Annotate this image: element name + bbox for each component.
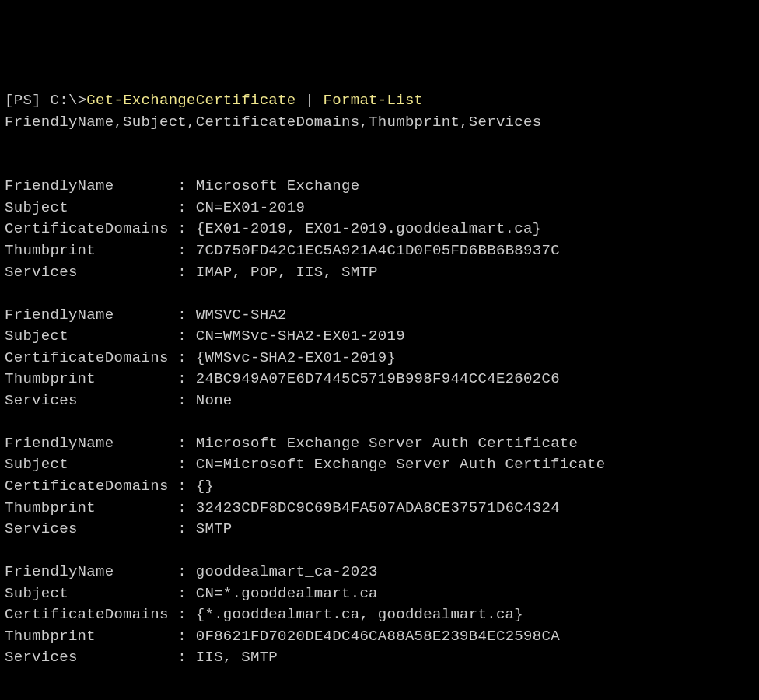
field-value: gooddealmart_ca-2023	[196, 563, 378, 580]
field-value: 32423CDF8DC9C69B4FA507ADA8CE37571D6C4324	[196, 499, 560, 516]
field-value: {WMSvc-SHA2-EX01-2019}	[196, 349, 396, 366]
field-label: Subject	[5, 585, 68, 602]
cert-block-2: FriendlyName : Microsoft Exchange Server…	[5, 435, 605, 537]
field-label: Thumbprint	[5, 628, 96, 645]
field-label: Services	[5, 392, 78, 409]
field-value: None	[196, 392, 233, 409]
field-label: CertificateDomains	[5, 220, 169, 237]
field-label: CertificateDomains	[5, 349, 169, 366]
field-label: FriendlyName	[5, 435, 114, 452]
prompt-line: [PS] C:\>Get-ExchangeCertificate | Forma…	[5, 92, 541, 131]
field-value: {*.gooddealmart.ca, gooddealmart.ca}	[196, 606, 523, 623]
field-label: CertificateDomains	[5, 478, 169, 495]
field-value: WMSVC-SHA2	[196, 306, 287, 324]
field-label: Services	[5, 520, 78, 537]
field-value: {EX01-2019, EX01-2019.gooddealmart.ca}	[196, 220, 542, 237]
field-label: Services	[5, 649, 78, 666]
field-label: Thumbprint	[5, 499, 96, 516]
field-value: Microsoft Exchange	[196, 177, 360, 194]
field-value: CN=Microsoft Exchange Server Auth Certif…	[196, 456, 606, 473]
field-value: 7CD750FD42C1EC5A921A4C1D0F05FD6BB6B8937C	[196, 242, 560, 259]
field-label: FriendlyName	[5, 563, 114, 580]
field-label: Subject	[5, 199, 68, 216]
prompt-bracket-open: [	[5, 92, 14, 109]
field-value: CN=*.gooddealmart.ca	[196, 585, 378, 602]
prompt-arrow: >	[78, 92, 87, 109]
command-cmdlet1: Get-ExchangeCertificate	[86, 92, 296, 109]
prompt-path: C:\	[41, 92, 78, 109]
field-label: FriendlyName	[5, 177, 114, 194]
prompt-bracket-close: ]	[32, 92, 41, 109]
field-label: FriendlyName	[5, 306, 114, 324]
field-label: Services	[5, 264, 78, 281]
field-label: Subject	[5, 327, 68, 345]
field-label: Thumbprint	[5, 242, 96, 259]
field-label: Thumbprint	[5, 370, 96, 387]
field-label: Subject	[5, 456, 68, 473]
terminal-output[interactable]: [PS] C:\>Get-ExchangeCertificate | Forma…	[5, 90, 754, 700]
field-value: SMTP	[196, 520, 233, 537]
field-value: IIS, SMTP	[196, 649, 278, 666]
cert-block-1: FriendlyName : WMSVC-SHA2 Subject : CN=W…	[5, 306, 560, 409]
field-value: CN=EX01-2019	[196, 199, 305, 216]
field-value: 24BC949A07E6D7445C5719B998F944CC4E2602C6	[196, 370, 560, 387]
command-pipe: |	[296, 92, 323, 109]
prompt-ps: PS	[14, 92, 32, 109]
cert-block-3: FriendlyName : gooddealmart_ca-2023 Subj…	[5, 563, 560, 666]
field-value: {}	[196, 478, 214, 495]
field-value: 0F8621FD7020DE4DC46CA88A58E239B4EC2598CA	[196, 628, 560, 645]
field-value: Microsoft Exchange Server Auth Certifica…	[196, 435, 578, 452]
field-label: CertificateDomains	[5, 606, 169, 623]
command-cmdlet2: Format-List	[324, 92, 424, 109]
cert-block-0: FriendlyName : Microsoft Exchange Subjec…	[5, 177, 560, 280]
field-value: IMAP, POP, IIS, SMTP	[196, 264, 378, 281]
field-value: CN=WMSvc-SHA2-EX01-2019	[196, 327, 405, 345]
